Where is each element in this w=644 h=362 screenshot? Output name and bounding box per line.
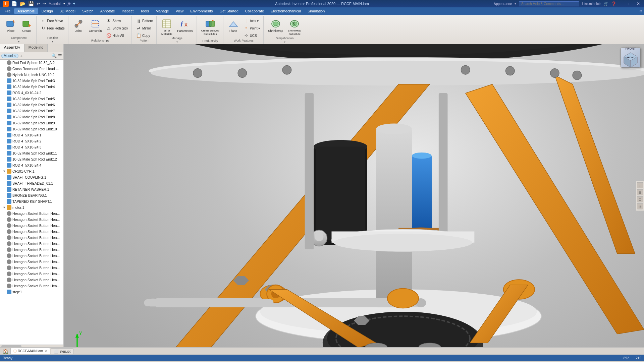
- vp-btn-2[interactable]: ⊞: [637, 189, 643, 195]
- tree-item[interactable]: 10-32 Male Sph Rod End:3: [0, 78, 63, 84]
- tree-item[interactable]: ▼motor:1: [0, 204, 63, 210]
- tree-item[interactable]: 10-32 Male Sph Rod End:12: [0, 156, 63, 162]
- vp-btn-1[interactable]: ↕: [637, 182, 643, 188]
- tree-item[interactable]: 10-32 Male Sph Rod End:4: [0, 84, 63, 90]
- copy-button[interactable]: 📋 Copy: [135, 32, 154, 39]
- tree-expand[interactable]: ▼: [3, 170, 6, 173]
- tree-item[interactable]: SHAFT-THREADED_01:1: [0, 180, 63, 186]
- free-rotate-button[interactable]: ↻ Free Rotate: [39, 25, 66, 32]
- tree-item[interactable]: Hexagon Socket Button Head Cap Scre...: [0, 217, 63, 223]
- menu-3dmodel[interactable]: 3D Model: [56, 8, 79, 14]
- tree-item[interactable]: SHAFT COUPLING:1: [0, 174, 63, 180]
- tree-item[interactable]: 10-32 Male Sph Rod End:6: [0, 102, 63, 108]
- menu-sketch[interactable]: Sketch: [79, 8, 97, 14]
- tree-item[interactable]: Hexagon Socket Button Head Cap Scre...: [0, 283, 63, 289]
- sidebar-menu-button[interactable]: ☰: [58, 53, 62, 58]
- tree-item[interactable]: ROD 4_5X10-24:4: [0, 162, 63, 168]
- tree-item[interactable]: ROD 4_5X10-24:1: [0, 132, 63, 138]
- menu-manage[interactable]: Manage: [152, 8, 172, 14]
- tree-expand[interactable]: ▼: [3, 206, 6, 209]
- component-dropdown-arrow[interactable]: ▾: [18, 40, 19, 43]
- create-derived-button[interactable]: Create DerivedSubstitutes: [200, 17, 221, 37]
- pattern-button[interactable]: ⣿ Pattern: [135, 17, 154, 24]
- material-dropdown[interactable]: ▾: [63, 2, 65, 5]
- tree-item[interactable]: Nylock Nut, Inch UNC 10:2: [0, 72, 63, 78]
- settings-icon[interactable]: ⚙: [639, 9, 643, 13]
- cart-icon[interactable]: 🛒: [604, 2, 608, 6]
- save-btn[interactable]: 💾: [28, 1, 34, 6]
- tree-item[interactable]: ROD 4_5X10-24:2: [0, 138, 63, 144]
- tab-rccf-main[interactable]: ⬡ RCCF-MAIN.iam ✕: [10, 348, 50, 354]
- tab-modeling[interactable]: Modeling: [24, 44, 48, 52]
- tree-item[interactable]: RETAINER WASHER:1: [0, 186, 63, 192]
- free-move-button[interactable]: ↔ Free Move: [39, 17, 66, 24]
- position-dropdown-arrow[interactable]: ▾: [52, 40, 53, 43]
- tree-item[interactable]: 10-32 Male Sph Rod End:11: [0, 150, 63, 156]
- close-button[interactable]: ✕: [635, 1, 641, 6]
- minimize-button[interactable]: ─: [619, 1, 625, 6]
- menu-assemble[interactable]: Assemble: [14, 8, 38, 14]
- simplification-dropdown-arrow[interactable]: ▾: [284, 41, 285, 44]
- home-icon[interactable]: 🏠: [1, 349, 10, 354]
- shrinkwrap-button[interactable]: Shrinkwrap: [266, 17, 285, 34]
- plus-icon[interactable]: +: [73, 1, 75, 6]
- model-tag-close[interactable]: ✕: [13, 54, 16, 58]
- open-btn[interactable]: 📂: [20, 1, 25, 6]
- show-button[interactable]: 👁 Show: [105, 17, 129, 24]
- manage-dropdown-arrow[interactable]: ▾: [176, 41, 178, 44]
- point-button[interactable]: • Point ▾: [242, 25, 262, 32]
- tree-item[interactable]: TAPERED-KEY SHAFT:1: [0, 198, 63, 204]
- tree-item[interactable]: Hexagon Socket Button Head Cap Scre...: [0, 247, 63, 253]
- menu-design[interactable]: Design: [38, 8, 56, 14]
- mirror-button[interactable]: ⇌ Mirror: [135, 25, 154, 32]
- menu-electromechanical[interactable]: Electromechanical: [267, 8, 304, 14]
- add-tab-button[interactable]: +: [20, 53, 22, 59]
- parameters-button[interactable]: f x Parameters: [175, 17, 195, 34]
- undo-btn[interactable]: ↩: [37, 1, 40, 6]
- hide-all-button[interactable]: 🚫 Hide All: [105, 32, 129, 39]
- tree-item[interactable]: 10-32 Male Sph Rod End:8: [0, 114, 63, 120]
- tree-item[interactable]: Hexagon Socket Button Head Cap Scre...: [0, 241, 63, 247]
- appearance-dropdown[interactable]: ▾: [515, 2, 516, 5]
- tree-item[interactable]: Hexagon Socket Button Head Cap Scre...: [0, 253, 63, 259]
- scrollbar-thumb[interactable]: [1, 345, 21, 347]
- tree-item[interactable]: BRONZE BEARING:1: [0, 192, 63, 198]
- model-tag[interactable]: Model ✕: [1, 54, 18, 58]
- menu-inspect[interactable]: Inspect: [118, 8, 137, 14]
- sidebar-search-button[interactable]: 🔍: [51, 53, 57, 58]
- tree-item[interactable]: Hexagon Socket Button Head Cap Scre...: [0, 271, 63, 277]
- tree-item[interactable]: ROD 4_5X10-24:3: [0, 144, 63, 150]
- help-icon[interactable]: ❓: [611, 1, 616, 6]
- tree-item[interactable]: Hexagon Socket Button Head Cap Scre...: [0, 265, 63, 271]
- view-cube[interactable]: FRONT FRONT: [621, 48, 641, 68]
- joint-button[interactable]: Joint: [71, 17, 86, 34]
- tree-item[interactable]: Rod End Sphere10-32_A:2: [0, 60, 63, 66]
- tab-assembly[interactable]: Assembly: [0, 44, 24, 52]
- redo-btn[interactable]: ↪: [43, 1, 46, 6]
- tree-item[interactable]: Hexagon Socket Button Head Cap Scre...: [0, 223, 63, 229]
- plane-button[interactable]: Plane: [226, 17, 241, 34]
- ucs-button[interactable]: ⊹ UCS: [242, 32, 262, 39]
- tree-item[interactable]: step:1: [0, 289, 63, 295]
- show-sick-button[interactable]: ⚠ Show Sick: [105, 25, 129, 32]
- menu-collaborate[interactable]: Collaborate: [242, 8, 267, 14]
- tree-item[interactable]: 10-32 Male Sph Rod End:9: [0, 120, 63, 126]
- tree-item[interactable]: 10-32 Male Sph Rod End:10: [0, 126, 63, 132]
- search-input[interactable]: [519, 1, 579, 6]
- bom-button[interactable]: Bill ofMaterials: [159, 17, 174, 37]
- sidebar-scrollbar[interactable]: [0, 345, 63, 347]
- tree-item[interactable]: 10-32 Male Sph Rod End:5: [0, 96, 63, 102]
- tree-item[interactable]: Hexagon Socket Button Head Cap Scre...: [0, 259, 63, 265]
- place-button[interactable]: Place: [3, 17, 18, 34]
- axis-button[interactable]: | Axis ▾: [242, 17, 262, 24]
- tab-step[interactable]: ⬜ step.ipt: [51, 348, 73, 354]
- maximize-button[interactable]: □: [628, 1, 633, 6]
- new-btn[interactable]: 📄: [11, 1, 17, 6]
- constrain-button[interactable]: Constrain: [87, 17, 104, 34]
- tree-item[interactable]: ROD 4_6X10-24:2: [0, 90, 63, 96]
- menu-environments[interactable]: Environments: [187, 8, 216, 14]
- tree-item[interactable]: Cross Recessed Pan Head Machine Scr...: [0, 66, 63, 72]
- tree-item[interactable]: Hexagon Socket Button Head Cap Scre...: [0, 235, 63, 241]
- menu-file[interactable]: File: [1, 8, 14, 14]
- menu-getstarted[interactable]: Get Started: [216, 8, 242, 14]
